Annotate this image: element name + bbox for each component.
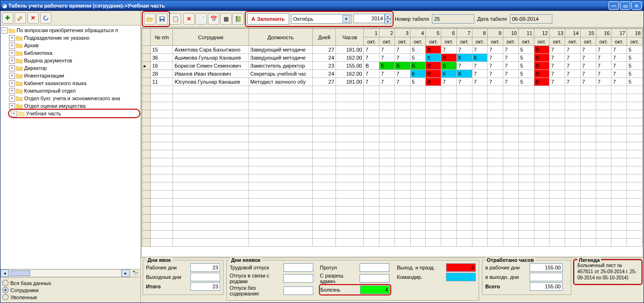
day-cell[interactable]: 7 (565, 78, 581, 86)
delete-button[interactable]: ✕ (27, 12, 39, 24)
day-cell[interactable]: 7 (580, 78, 596, 86)
day-cell[interactable]: 7 (364, 46, 379, 54)
day-cell[interactable]: 7 (395, 54, 410, 62)
expand-icon[interactable]: + (9, 88, 15, 94)
day-cell[interactable]: 5 (410, 78, 426, 86)
day-cell[interactable]: К (456, 70, 472, 78)
day-cell[interactable]: В (426, 62, 441, 70)
day-cell[interactable]: 7 (379, 54, 395, 62)
day-cell[interactable]: 7 (611, 46, 627, 54)
day-cell[interactable]: В (534, 62, 550, 70)
expand-icon[interactable]: + (9, 103, 15, 109)
collapse-icon[interactable]: − (1, 27, 8, 34)
day-cell[interactable]: 7 (596, 78, 611, 86)
day-cell[interactable]: 7 (395, 46, 410, 54)
day-cell[interactable]: 7 (580, 46, 596, 54)
day-cell[interactable]: 7 (488, 70, 503, 78)
day-cell[interactable]: 5 (627, 54, 643, 62)
open-button[interactable] (144, 13, 155, 25)
day-cell[interactable]: Б (395, 62, 410, 70)
day-cell[interactable]: 5 (627, 70, 643, 78)
month-select[interactable]: Октябрь ▼ (291, 14, 352, 24)
tree-item[interactable]: +Библиотека (9, 49, 139, 57)
doc-button[interactable]: 📄 (196, 13, 207, 25)
day-cell[interactable]: 5 (518, 62, 534, 70)
table-row[interactable]: 36Ашимова Гульнар КанашевЗаведующий мето… (142, 54, 643, 62)
day-cell[interactable]: К (472, 54, 488, 62)
sick-value[interactable]: 4 (360, 286, 390, 294)
day-cell[interactable]: 7 (565, 46, 581, 54)
tree-item[interactable]: +Выдача документов (9, 57, 139, 64)
minimize-button[interactable]: — (609, 1, 619, 10)
day-cell[interactable]: Б (441, 62, 457, 70)
day-cell[interactable]: К (441, 70, 457, 78)
day-cell[interactable]: 7 (441, 78, 457, 86)
day-cell[interactable]: 7 (472, 62, 488, 70)
expand-icon[interactable]: + (9, 50, 15, 56)
day-cell[interactable]: 7 (580, 54, 596, 62)
day-cell[interactable]: 7 (565, 70, 581, 78)
binoculars-icon[interactable]: 🔭 (131, 269, 140, 277)
day-cell[interactable]: В (534, 78, 550, 86)
delete-row-button[interactable]: ✕ (183, 13, 195, 25)
day-cell[interactable]: 7 (364, 54, 379, 62)
day-cell[interactable]: 7 (611, 70, 627, 78)
day-cell[interactable]: 5 (518, 78, 534, 86)
timesheet-grid[interactable]: № п/пСотрудникДолжностьДнейЧасов12345678… (141, 28, 643, 257)
day-cell[interactable]: В (534, 70, 550, 78)
day-cell[interactable]: 7 (456, 46, 472, 54)
radio-fired[interactable]: Уволенные (2, 294, 138, 301)
day-cell[interactable]: 7 (596, 62, 611, 70)
day-cell[interactable]: В (364, 62, 379, 70)
radio-employees[interactable]: Сотрудники (2, 286, 138, 294)
day-cell[interactable]: 5 (627, 62, 643, 70)
day-cell[interactable]: 7 (550, 54, 565, 62)
day-cell[interactable]: 7 (550, 78, 565, 86)
tabel-date-field[interactable]: 06-09-2014 (510, 14, 552, 24)
day-cell[interactable]: 7 (611, 62, 627, 70)
tree-scrollbar[interactable]: ◄► 🔭 (0, 269, 140, 277)
day-cell[interactable]: 7 (503, 78, 519, 86)
day-cell[interactable]: 7 (472, 46, 488, 54)
day-cell[interactable]: 7 (596, 46, 611, 54)
grid-button[interactable]: ▦ (220, 13, 232, 25)
day-cell[interactable]: 7 (596, 70, 611, 78)
day-cell[interactable]: 5 (627, 78, 643, 86)
tree-item[interactable]: +Отдел бухг. учета и экономического ана (9, 95, 139, 102)
add-button[interactable]: ✚ (2, 12, 13, 24)
day-cell[interactable]: 7 (488, 46, 503, 54)
save-button[interactable] (156, 13, 168, 25)
day-cell[interactable]: 5 (518, 46, 534, 54)
day-cell[interactable]: 7 (472, 70, 488, 78)
expand-icon[interactable]: + (9, 65, 15, 71)
day-cell[interactable]: 7 (596, 54, 611, 62)
expand-icon[interactable]: + (9, 73, 15, 79)
fill-button[interactable]: А Заполнить (247, 13, 289, 25)
table-row[interactable]: 28Иванов Иван ИвановичСекретарь учебной … (142, 70, 643, 78)
expand-icon[interactable]: + (9, 95, 15, 102)
day-cell[interactable]: 7 (379, 78, 395, 86)
copy-button[interactable]: 📋 (170, 13, 181, 25)
day-cell[interactable]: В (426, 46, 441, 54)
day-cell[interactable]: 7 (503, 62, 519, 70)
edit-button[interactable] (15, 12, 26, 24)
day-cell[interactable]: 7 (379, 70, 395, 78)
offdays-value[interactable] (190, 273, 220, 281)
tree-item[interactable]: +Учебная часть (9, 110, 139, 117)
day-cell[interactable]: 7 (488, 78, 503, 86)
day-cell[interactable]: Б (410, 62, 426, 70)
tree-item[interactable]: +Архив (9, 42, 139, 49)
expand-icon[interactable]: + (9, 58, 15, 64)
day-cell[interactable]: 7 (364, 78, 379, 86)
day-cell[interactable]: 7 (379, 46, 395, 54)
radio-all[interactable]: Вся база данных (2, 279, 138, 286)
expand-icon[interactable]: + (9, 35, 15, 41)
day-cell[interactable]: 7 (503, 46, 519, 54)
day-cell[interactable]: 7 (565, 62, 581, 70)
day-cell[interactable]: 7 (580, 62, 596, 70)
tree-item[interactable]: +Отдел оценки имущества (9, 102, 139, 110)
day-cell[interactable]: 7 (472, 78, 488, 86)
department-tree[interactable]: − По вопросам приобретения обращаться п … (0, 26, 140, 269)
day-cell[interactable]: 5 (410, 54, 426, 62)
close-button[interactable]: ✕ (631, 1, 642, 10)
